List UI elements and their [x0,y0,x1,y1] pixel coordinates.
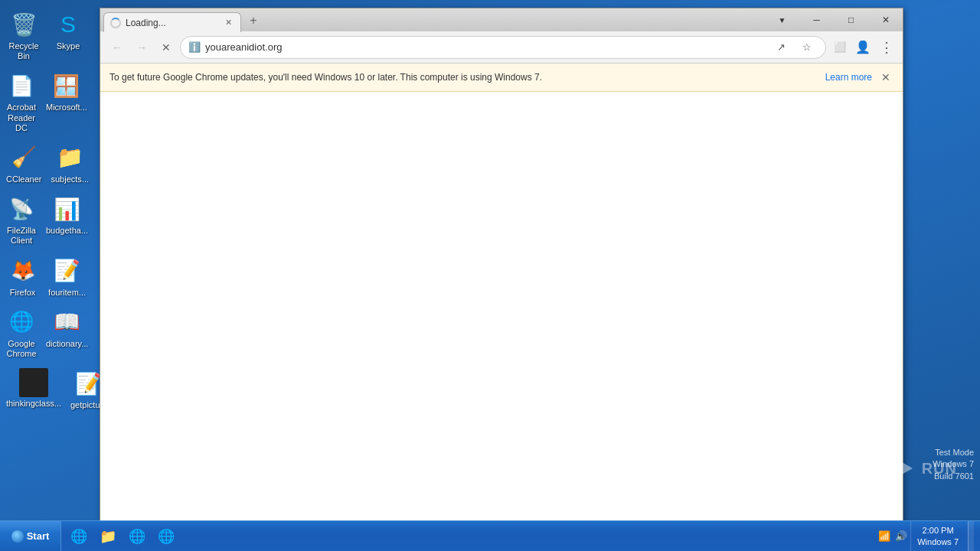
security-icon: ℹ️ [188,41,201,53]
toolbar-actions: ⬜ 👤 ⋮ [829,37,897,58]
thinkingclass-label: thinkingclass... [6,399,61,409]
desktop-icon-dictionary[interactable]: 📖 dictionary... [43,304,91,362]
desktop-icon-microsoft[interactable]: 🪟 Microsoft... [43,67,90,136]
ccleaner-label: CCleaner [6,174,41,184]
clock-time: 2:00 PM [923,525,954,536]
acrobat-icon: 📄 [6,70,37,101]
new-tab-button[interactable]: + [243,11,264,30]
svg-marker-0 [891,456,913,481]
recycle-bin-label: Recycle Bin [6,41,41,61]
tab-title: Loading... [126,18,217,28]
recycle-bin-icon: 🗑️ [8,9,39,40]
stop-button[interactable]: ✕ [155,37,177,58]
split-screen-button[interactable]: ⬜ [829,37,851,58]
chrome-label: Google Chrome [6,339,37,359]
start-label: Start [27,530,50,542]
desktop-icon-firefox[interactable]: 🦊 Firefox [3,253,42,301]
infobar-message: To get future Google Chrome updates, you… [109,72,819,83]
close-button[interactable]: ✕ [868,8,903,31]
tab-close-button[interactable]: ✕ [222,17,234,29]
network-tray-icon: 📶 [878,530,890,542]
address-bar-container[interactable]: ℹ️ ↗ ☆ [180,36,826,59]
anyrun-logo-icon [888,455,916,482]
subjects-label: subjects... [51,174,89,184]
ccleaner-icon: 🧹 [8,142,39,173]
desktop-icon-thinkingclass[interactable]: thinkingclass... [3,365,64,413]
firefox-label: Firefox [10,288,36,298]
test-mode-line2: Windows 7 [933,458,974,470]
show-desktop-button[interactable] [968,521,974,551]
desktop-icon-filezilla[interactable]: 📡 FileZilla Client [3,191,40,249]
test-mode-line1: Test Mode [933,447,974,458]
microsoft-label: Microsoft... [46,103,87,112]
test-mode-line3: Build 7601 [933,471,974,482]
desktop-icon-fouritem[interactable]: 📝 fouritem... [45,253,89,301]
menu-button[interactable]: ⋮ [875,37,897,58]
fouritem-label: fouritem... [48,288,86,298]
volume-tray-icon: 🔊 [895,530,907,542]
profile-button[interactable]: 👤 [852,37,874,58]
maximize-button[interactable]: □ [834,8,868,31]
address-input[interactable] [205,41,766,53]
taskbar-ie-button[interactable]: 🌐 [64,523,93,549]
filezilla-icon: 📡 [6,194,37,224]
chrome-icon: 🌐 [6,307,37,337]
desktop-icon-acrobat[interactable]: 📄 Acrobat Reader DC [3,67,40,136]
skype-label: Skype [57,41,80,51]
start-button[interactable]: Start [0,521,61,552]
clock-area[interactable]: 2:00 PM Windows 7 [910,521,965,551]
clock-date: Windows 7 [917,536,959,547]
thinkingclass-icon [19,368,48,397]
desktop-icon-skype[interactable]: S Skype [47,6,89,64]
share-button[interactable]: ↗ [770,37,792,58]
chrome-infobar: To get future Google Chrome updates, you… [100,64,903,92]
bookmark-button[interactable]: ☆ [796,37,818,58]
skype-icon: S [53,9,83,40]
budget-icon: 📊 [52,194,83,224]
forward-button[interactable]: → [131,37,152,58]
chrome-titlebar: Loading... ✕ + ▼ ─ □ ✕ [100,8,903,31]
minimize-button[interactable]: ─ [799,8,834,31]
acrobat-label: Acrobat Reader DC [6,103,37,133]
budget-label: budgetha... [46,226,88,236]
chrome-toolbar: ← → ✕ ℹ️ ↗ ☆ ⬜ 👤 ⋮ [100,31,903,64]
infobar-close-button[interactable]: ✕ [878,70,893,85]
fouritem-icon: 📝 [52,256,83,286]
microsoft-icon: 🪟 [51,70,82,101]
desktop-icon-chrome[interactable]: 🌐 Google Chrome [3,304,40,362]
taskbar-edge-button[interactable]: 🌐 [152,523,181,549]
firefox-icon: 🦊 [8,256,38,286]
taskbar-explorer-button[interactable]: 📁 [93,523,122,549]
infobar-learn-more-link[interactable]: Learn more [825,72,872,83]
tab-loading-spinner [110,18,121,28]
titlebar-drag-area [264,8,765,31]
window-controls: ─ □ ✕ [799,8,903,31]
subjects-icon: 📁 [54,142,85,173]
desktop-icon-ccleaner[interactable]: 🧹 CCleaner [3,139,44,187]
dictionary-label: dictionary... [46,339,88,349]
taskbar-tray: 📶 🔊 2:00 PM Windows 7 [872,521,980,551]
test-mode-badge: Test Mode Windows 7 Build 7601 [933,447,974,482]
desktop: 🗑️ Recycle Bin S Skype 📄 Acrobat Reader … [0,0,980,520]
desktop-icon-subjects[interactable]: 📁 subjects... [47,139,92,187]
taskbar: Start 🌐 📁 🌐 🌐 📶 🔊 2:00 PM Windows 7 [0,520,980,551]
chrome-tab[interactable]: Loading... ✕ [103,12,241,32]
start-orb-icon [11,530,24,543]
back-button[interactable]: ← [106,37,128,58]
desktop-icon-budget[interactable]: 📊 budgetha... [43,191,91,249]
chrome-page-content [100,92,903,527]
taskbar-items: 🌐 📁 🌐 🌐 [61,521,872,551]
desktop-icons: 🗑️ Recycle Bin S Skype 📄 Acrobat Reader … [0,0,92,419]
anyrun-text-label: ANY [847,460,881,478]
tab-list-button[interactable]: ▼ [765,8,799,31]
dictionary-icon: 📖 [52,307,83,337]
taskbar-chrome-button[interactable]: 🌐 [122,523,152,549]
tray-icons: 📶 🔊 [878,530,907,542]
desktop-icon-recycle-bin[interactable]: 🗑️ Recycle Bin [3,6,44,64]
chrome-window: Loading... ✕ + ▼ ─ □ ✕ ← → ✕ ℹ️ ↗ ☆ [100,8,903,528]
filezilla-label: FileZilla Client [6,226,37,246]
